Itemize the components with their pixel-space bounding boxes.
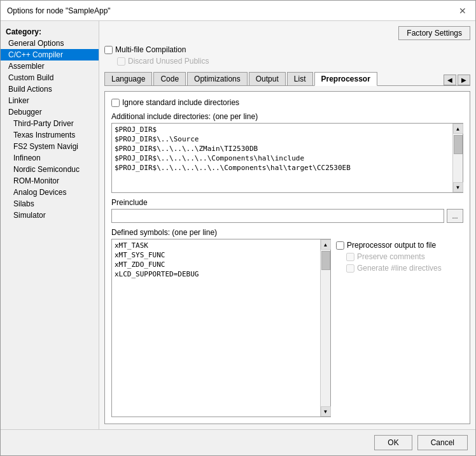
sidebar-item-cpp-compiler[interactable]: C/C++ Compiler [1, 49, 99, 61]
defined-symbol-item-1: xMT_TASK [113, 241, 319, 250]
title-bar: Options for node "SampleApp" ✕ [1, 1, 475, 21]
close-button[interactable]: ✕ [456, 4, 469, 17]
tab-list[interactable]: List [287, 72, 313, 85]
scrollbar-track [453, 134, 463, 182]
multi-file-compilation-row: Multi-file Compilation [104, 45, 470, 54]
defined-symbols-label: Defined symbols: (one per line) [111, 228, 331, 237]
scrollbar-up-arrow[interactable]: ▲ [453, 124, 463, 134]
scrollbar-thumb [454, 135, 463, 154]
preprocessor-output-checkbox[interactable] [336, 241, 344, 250]
discard-unused-checkbox[interactable] [117, 57, 125, 66]
defined-symbol-item-2: xMT_SYS_FUNC [113, 250, 319, 260]
preserve-comments-row: Preserve comments [336, 252, 463, 261]
tab-next-button[interactable]: ▶ [458, 75, 470, 85]
sidebar-item-debugger[interactable]: Debugger [1, 106, 99, 118]
include-dir-item-4: $PROJ_DIR$\..\..\..\..\Components\hal\in… [113, 153, 451, 163]
preinclude-input[interactable] [111, 209, 444, 223]
preserve-comments-label: Preserve comments [357, 252, 425, 261]
include-dirs-content: $PROJ_DIR$ $PROJ_DIR$\..\Source $PROJ_DI… [112, 124, 452, 192]
sidebar-item-infineon[interactable]: Infineon [1, 152, 99, 164]
tab-optimizations[interactable]: Optimizations [187, 72, 248, 85]
sidebar-item-silabs[interactable]: Silabs [1, 198, 99, 210]
ok-button[interactable]: OK [374, 435, 412, 450]
ignore-std-include-label: Ignore standard include directories [122, 98, 239, 107]
sidebar-item-general-options[interactable]: General Options [1, 38, 99, 49]
include-dirs-label: Additional include directories: (one per… [111, 112, 463, 121]
preserve-comments-checkbox[interactable] [346, 253, 354, 261]
include-dirs-container: $PROJ_DIR$ $PROJ_DIR$\..\Source $PROJ_DI… [111, 123, 463, 193]
scrollbar-down-arrow[interactable]: ▼ [453, 182, 463, 192]
defined-symbols-scroll-track [321, 250, 330, 406]
dialog-footer: OK Cancel [1, 429, 475, 455]
defined-symbols-section: Defined symbols: (one per line) xMT_TASK… [111, 228, 331, 417]
defined-symbols-container: xMT_TASK xMT_SYS_FUNC xMT_ZDO_FUNC xLCD_… [111, 239, 331, 417]
include-dirs-section: Additional include directories: (one per… [111, 112, 463, 193]
tab-output[interactable]: Output [249, 72, 286, 85]
sidebar-item-fs2-system-navi[interactable]: FS2 System Navigi [1, 141, 99, 152]
preinclude-row: ... [111, 209, 463, 223]
sidebar-item-texas-instruments[interactable]: Texas Instruments [1, 129, 99, 141]
preprocessor-output-section: Preprocessor output to file Preserve com… [336, 228, 463, 417]
tab-code[interactable]: Code [153, 72, 186, 85]
include-dir-item-1: $PROJ_DIR$ [113, 125, 451, 134]
content-panel: Ignore standard include directories Addi… [104, 91, 470, 424]
defined-symbols-scroll-up[interactable]: ▲ [321, 239, 331, 250]
multi-file-compilation-checkbox[interactable] [104, 46, 113, 54]
sidebar-item-rom-monitor[interactable]: ROM-Monitor [1, 175, 99, 187]
sidebar-item-nordic-semiconduc[interactable]: Nordic Semiconduc [1, 164, 99, 175]
defined-symbols-scrollbar[interactable]: ▲ ▼ [320, 239, 330, 417]
generate-line-row: Generate #line directives [336, 264, 463, 273]
include-dirs-scrollbar[interactable]: ▲ ▼ [452, 124, 463, 192]
sidebar-item-simulator[interactable]: Simulator [1, 210, 99, 221]
sidebar-item-analog-devices[interactable]: Analog Devices [1, 187, 99, 198]
ignore-std-include-checkbox[interactable] [111, 99, 120, 107]
defined-symbol-item-4: xLCD_SUPPORTED=DEBUG [113, 269, 319, 279]
tab-nav: ◀ ▶ [444, 75, 470, 85]
defined-symbols-scroll-down[interactable]: ▼ [321, 406, 331, 417]
tab-prev-button[interactable]: ◀ [444, 75, 456, 85]
cancel-button[interactable]: Cancel [417, 435, 468, 450]
defined-symbols-content: xMT_TASK xMT_SYS_FUNC xMT_ZDO_FUNC xLCD_… [112, 239, 320, 417]
defined-symbol-item-3: xMT_ZDO_FUNC [113, 260, 319, 269]
preprocessor-output-row: Preprocessor output to file [336, 241, 463, 250]
sidebar-item-custom-build[interactable]: Custom Build [1, 72, 99, 83]
sidebar-item-linker[interactable]: Linker [1, 95, 99, 106]
dialog-title: Options for node "SampleApp" [7, 6, 111, 15]
include-dir-item-5: $PROJ_DIR$\..\..\..\..\..\Components\hal… [113, 163, 451, 173]
dialog: Options for node "SampleApp" ✕ Category:… [0, 0, 476, 456]
preinclude-label: Preinclude [111, 198, 463, 207]
include-dir-item-2: $PROJ_DIR$\..\Source [113, 134, 451, 144]
defined-symbols-scroll-thumb [321, 251, 330, 270]
ignore-row: Ignore standard include directories [111, 98, 463, 107]
sidebar-item-assembler[interactable]: Assembler [1, 61, 99, 72]
generate-line-checkbox[interactable] [346, 264, 354, 273]
top-row: Factory Settings [104, 26, 470, 40]
discard-unused-label: Discard Unused Publics [128, 57, 209, 66]
sidebar: Category: General Options C/C++ Compiler… [1, 21, 99, 429]
dialog-body: Category: General Options C/C++ Compiler… [1, 21, 475, 429]
defined-symbols-listbox[interactable]: xMT_TASK xMT_SYS_FUNC xMT_ZDO_FUNC xLCD_… [111, 239, 331, 417]
sidebar-item-third-party-driver[interactable]: Third-Party Driver [1, 118, 99, 129]
tabs-row: Language Code Optimizations Output List … [104, 72, 470, 86]
include-dir-item-3: $PROJ_DIR$\..\..\..\ZMain\TI2530DB [113, 144, 451, 153]
factory-settings-button[interactable]: Factory Settings [398, 26, 470, 40]
preinclude-section: Preinclude ... [111, 198, 463, 223]
bottom-section: Defined symbols: (one per line) xMT_TASK… [111, 228, 463, 417]
include-dirs-listbox[interactable]: $PROJ_DIR$ $PROJ_DIR$\..\Source $PROJ_DI… [111, 123, 463, 193]
discard-unused-row: Discard Unused Publics [104, 57, 470, 66]
tab-preprocessor[interactable]: Preprocessor [314, 72, 377, 86]
category-label: Category: [1, 26, 99, 38]
tab-language[interactable]: Language [104, 72, 152, 85]
preinclude-browse-button[interactable]: ... [447, 209, 463, 223]
main-content: Factory Settings Multi-file Compilation … [99, 21, 475, 429]
preprocessor-output-label: Preprocessor output to file [347, 241, 436, 250]
generate-line-label: Generate #line directives [357, 264, 442, 273]
sidebar-item-build-actions[interactable]: Build Actions [1, 83, 99, 95]
multi-file-compilation-label: Multi-file Compilation [115, 45, 186, 54]
